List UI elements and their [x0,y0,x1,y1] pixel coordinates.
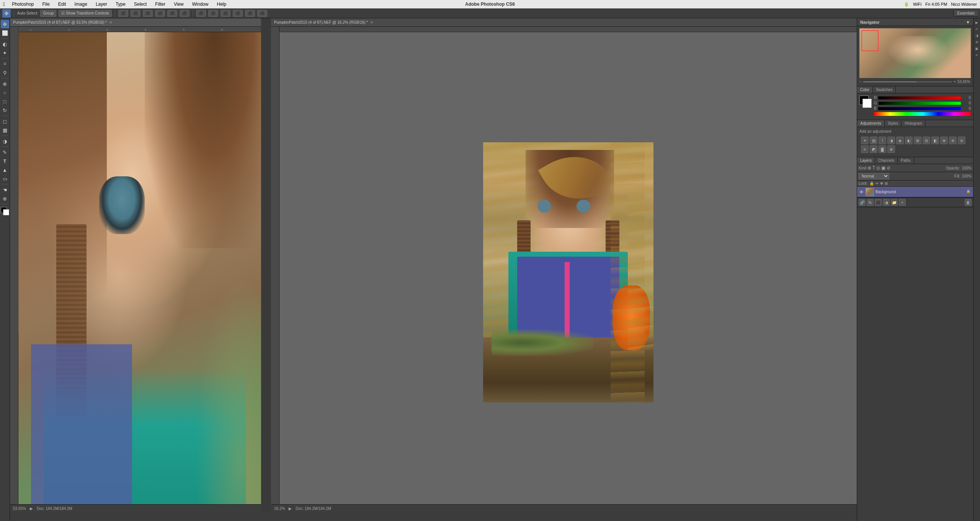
tab-channels[interactable]: Channels [875,157,898,164]
blue-slider[interactable] [878,107,961,110]
tab-styles[interactable]: Styles [885,120,902,127]
layer-visibility-eye[interactable]: 👁 [859,189,864,195]
apple-menu[interactable]:  [3,1,5,7]
adj-invert-btn[interactable]: ⊘ [958,137,965,144]
layer-group-btn[interactable]: 📁 [891,199,898,206]
kind-filter-btn[interactable]: ⊕ [867,165,871,171]
gradient-btn[interactable]: ▦ [1,126,9,134]
layer-new-btn[interactable]: + [899,199,906,206]
distribute-bottom-btn[interactable]: ⬛ [257,10,267,17]
doc-tab-left-close[interactable]: ✕ [109,20,112,24]
menu-window[interactable]: Window [191,2,210,7]
adj-vibrance-btn[interactable]: ◈ [896,137,904,144]
adj-colorlook-btn[interactable]: ⊛ [949,137,957,144]
dodge-btn[interactable]: ◑ [1,137,9,145]
brush-btn[interactable]: ○ [1,88,9,97]
layer-background-row[interactable]: 👁 Background 🔒 [857,187,973,197]
align-top-btn[interactable]: ⬛ [155,10,165,17]
layer-mask-btn[interactable]: ⬛ [875,199,882,206]
adj-colorbalance-btn[interactable]: ⊞ [914,137,921,144]
path-select-btn[interactable]: ▲ [1,166,9,174]
menu-filter[interactable]: Filter [154,2,167,7]
move-tool-icon[interactable]: ✥ [2,9,11,18]
doc-tab-left[interactable]: PumpkinPatch2015 (4 of 87).NEF @ 53.5% (… [10,18,271,27]
fg-bg-colors[interactable] [1,207,9,215]
menu-file[interactable]: File [41,2,51,7]
tab-paths[interactable]: Paths [898,157,914,164]
zoom-btn[interactable]: ⊕ [1,194,9,203]
canvas-content-right[interactable] [279,32,857,513]
layer-delete-btn[interactable]: 🗑 [965,199,972,206]
adj-posterize-btn[interactable]: ≡ [861,145,869,153]
bg-swatch[interactable] [862,99,872,108]
distribute-middle-btn[interactable]: ⬛ [245,10,255,17]
distribute-left-btn[interactable]: ⬛ [196,10,206,17]
eraser-btn[interactable]: ◻ [1,117,9,125]
tab-layers[interactable]: Layers [857,157,875,164]
menu-type[interactable]: Type [114,2,127,7]
background-color[interactable] [3,209,9,215]
menu-photoshop[interactable]: Photoshop [10,2,35,7]
distribute-right-btn[interactable]: ⬛ [220,10,230,17]
menu-layer[interactable]: Layer [94,2,109,7]
menu-select[interactable]: Select [132,2,148,7]
canvas-content-left[interactable] [18,32,271,513]
distribute-center-btn[interactable]: ⬛ [208,10,218,17]
zoom-plus-btn[interactable]: + [954,80,956,84]
lasso-tool-btn[interactable]: ◐ [1,40,9,48]
kind-filter2-btn[interactable]: T [872,165,875,171]
tab-color[interactable]: Color [857,86,873,93]
zoom-slider[interactable] [863,81,952,82]
adj-curves-btn[interactable]: ⌇ [879,137,886,144]
show-transform-checkbox[interactable]: ☑ Show Transform Controls [59,10,112,17]
adj-photo-btn[interactable]: ◧ [931,137,939,144]
marquee-tool-btn[interactable]: ⬜ [1,29,9,37]
align-left-btn[interactable]: ⬛ [118,10,128,17]
adj-gradient-map-btn[interactable]: ▓ [879,145,886,153]
doc-tab-right[interactable]: PumpkinPatch2015 (4 of 87).NEF @ 16.2% (… [271,18,857,27]
green-slider[interactable] [879,102,961,105]
doc-tab-right-close[interactable]: ✕ [370,20,373,24]
kind-filter3-btn[interactable]: ◎ [876,165,880,171]
auto-select-dropdown[interactable]: Group [40,10,56,17]
lock-trans-btn[interactable]: 🔒 [869,181,874,186]
kind-filter5-btn[interactable]: ⊘ [887,165,890,171]
navigator-panel-header[interactable]: Navigator ▼ [857,18,973,26]
align-middle-btn[interactable]: ⬛ [167,10,177,17]
menu-edit[interactable]: Edit [57,2,68,7]
shape-btn[interactable]: ▭ [1,174,9,183]
tab-histogram[interactable]: Histogram [902,120,926,127]
zoom-control[interactable]: − + 53.65% [859,80,971,84]
spot-heal-btn[interactable]: ⊕ [1,80,9,88]
eyedropper-btn[interactable]: ⚲ [1,68,9,77]
color-spectrum[interactable] [874,112,971,116]
panel-icon1[interactable]: A [974,26,980,32]
layer-link-btn[interactable]: 🔗 [859,199,866,206]
crop-tool-btn[interactable]: ⌗ [1,60,9,68]
panel-icon3[interactable]: ⊕ [974,39,980,45]
red-slider[interactable] [878,96,961,99]
adj-exposure-btn[interactable]: ◑ [887,137,895,144]
adj-bw-btn[interactable]: ⊟ [923,137,930,144]
adj-channelmix-btn[interactable]: ⊕ [940,137,948,144]
adj-threshold-btn[interactable]: ◩ [870,145,877,153]
panel-icon4[interactable]: ▣ [974,46,980,51]
adj-levels-btn[interactable]: ▤ [870,137,877,144]
fg-bg-swatches[interactable] [859,96,872,108]
distribute-top-btn[interactable]: ⬛ [233,10,243,17]
zoom-minus-btn[interactable]: − [859,80,862,84]
adj-hue-btn[interactable]: ◐ [905,137,913,144]
history-brush-btn[interactable]: ↻ [1,106,9,114]
lock-all-btn[interactable]: ⊞ [885,181,888,186]
text-btn[interactable]: T [1,157,9,165]
panel-icon2[interactable]: ◑ [974,33,980,38]
lock-move-btn[interactable]: ✥ [880,181,883,186]
magic-wand-btn[interactable]: ✦ [1,49,9,57]
menu-view[interactable]: View [172,2,185,7]
menu-image[interactable]: Image [73,2,89,7]
layer-adj-btn[interactable]: ◑ [883,199,890,206]
stamp-btn[interactable]: □ [1,97,9,106]
panel-icon5[interactable]: ≡ [974,52,980,58]
align-bottom-btn[interactable]: ⬛ [180,10,189,17]
align-right-btn[interactable]: ⬛ [143,10,153,17]
